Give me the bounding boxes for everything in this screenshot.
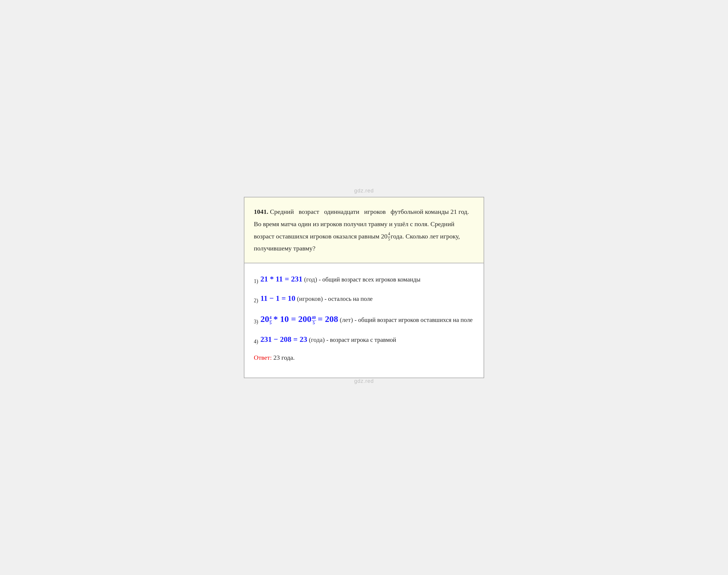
problem-frac-den: 5	[388, 237, 390, 242]
step-1-math: 21 * 11 = 231	[260, 275, 303, 283]
solution-section: 1) 21 * 11 = 231 (год) - общий возраст в…	[245, 263, 483, 378]
step-1: 1) 21 * 11 = 231 (год) - общий возраст в…	[254, 272, 474, 287]
step-3-desc: - общий возраст игроков оставшихся на по…	[355, 316, 473, 324]
step-3-math-end: = 208	[318, 314, 338, 324]
step-3-math-prefix: 20	[260, 314, 270, 324]
step-4: 4) 231 − 208 = 23 (года) - возраст игрок…	[254, 332, 474, 347]
problem-fraction: 45	[388, 232, 390, 242]
step-3-math-mid: * 10 = 200	[274, 314, 312, 324]
step-1-desc: - общий возраст всех игроков команды	[319, 276, 420, 283]
answer-text: 23 года.	[274, 354, 295, 361]
main-card: 1041. Средний возраст одиннадцати игроко…	[244, 197, 484, 378]
answer-row: Ответ: 23 года.	[254, 351, 474, 364]
step-2-desc: - осталось на поле	[324, 295, 373, 302]
step-3-frac2: 405	[312, 315, 316, 326]
step-3-frac1-num: 4	[270, 315, 272, 321]
step-2-math: 11 − 1 = 10	[260, 294, 295, 303]
step-2: 2) 11 − 1 = 10 (игроков) - осталось на п…	[254, 291, 474, 306]
answer-label: Ответ:	[254, 354, 272, 361]
step-1-unit: (год)	[304, 276, 317, 283]
problem-section: 1041. Средний возраст одиннадцати игроко…	[245, 197, 483, 263]
step-3-frac1-den: 5	[270, 321, 272, 326]
step-4-math: 231 − 208 = 23	[260, 335, 308, 344]
problem-number: 1041.	[254, 208, 268, 215]
step-3-frac2-num: 40	[312, 315, 316, 321]
step-4-desc: - возраст игрока с травмой	[326, 336, 396, 343]
watermark-top: gdz.red	[354, 188, 374, 194]
step-3-frac1: 45	[270, 315, 272, 326]
step-3: 3) 2045 * 10 = 200405 = 208 (лет) - общи…	[254, 310, 474, 328]
step-3-frac2-den: 5	[312, 321, 315, 326]
step-1-num: 1)	[254, 278, 258, 284]
watermark-bottom: gdz.red	[354, 378, 374, 384]
step-2-unit: (игроков)	[297, 295, 323, 302]
step-3-unit: (лет)	[340, 316, 353, 324]
step-4-num: 4)	[254, 339, 258, 344]
step-4-unit: (года)	[309, 336, 325, 343]
problem-frac-num: 4	[388, 232, 390, 237]
step-2-num: 2)	[254, 298, 258, 303]
step-3-num: 3)	[254, 319, 258, 325]
